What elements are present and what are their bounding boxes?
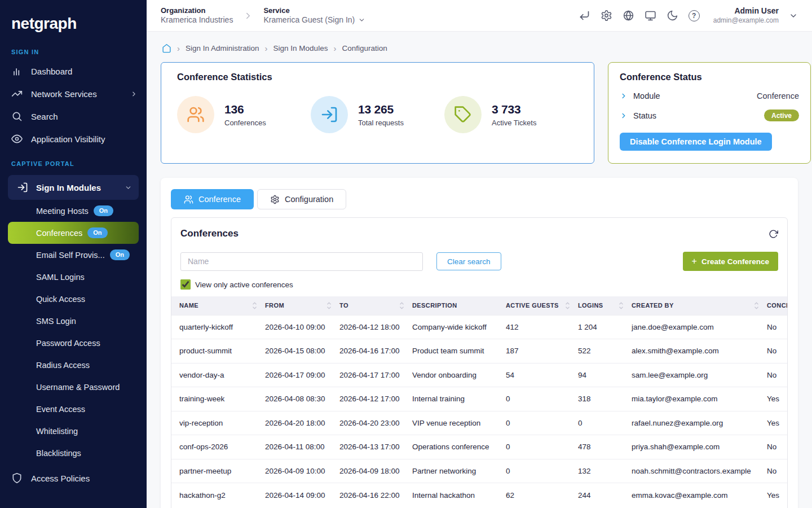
service-selector[interactable]: Service Kramerica Guest (Sign In)	[263, 6, 365, 25]
users-icon	[177, 96, 214, 133]
active-conferences-checkbox[interactable]	[180, 279, 191, 290]
sidebar-item-meeting-hosts[interactable]: Meeting Hosts On	[0, 200, 147, 222]
sidebar-item-password-access[interactable]: Password Access	[0, 332, 147, 354]
sidebar-item-whitelisting[interactable]: Whitelisting	[0, 420, 147, 442]
sidebar-item-radius-access[interactable]: Radius Access	[0, 354, 147, 376]
cell-name: product-summit	[171, 339, 265, 364]
sidebar-item-application-visibility[interactable]: Application Visibility	[0, 128, 147, 150]
tab-conference[interactable]: Conference	[171, 189, 254, 209]
sidebar-item-quick-access[interactable]: Quick Access	[0, 288, 147, 310]
table-row[interactable]: product-summit2026-04-15 08:002026-04-16…	[171, 339, 787, 364]
user-menu[interactable]: Admin User admin@example.com	[713, 6, 779, 25]
cell-guests: 0	[506, 435, 578, 459]
shield-icon	[11, 472, 23, 484]
table-row[interactable]: quarterly-kickoff2026-04-10 09:002026-04…	[171, 315, 787, 339]
sidebar-item-label: Dashboard	[31, 67, 72, 76]
clear-search-button[interactable]: Clear search	[436, 252, 501, 270]
sidebar-item-saml-logins[interactable]: SAML Logins	[0, 266, 147, 288]
cell-concluded: No	[767, 315, 787, 339]
breadcrumb-item[interactable]: Configuration	[342, 44, 387, 52]
return-icon[interactable]	[579, 10, 590, 21]
conferences-title: Conferences	[180, 228, 239, 239]
sort-icon[interactable]	[565, 302, 570, 309]
gear-icon[interactable]	[601, 10, 612, 21]
sidebar-item-sign-in-modules[interactable]: Sign In Modules	[8, 175, 139, 200]
sort-icon[interactable]	[326, 302, 332, 309]
cell-to: 2026-04-12 17:00	[339, 387, 412, 411]
column-header-created-by[interactable]: CREATED BY	[632, 296, 767, 315]
sidebar-item-label: Radius Access	[36, 361, 90, 370]
sidebar-item-network-services[interactable]: Network Services	[0, 82, 147, 105]
cell-concluded: No	[767, 339, 787, 364]
stat-value: 3 733	[492, 103, 536, 116]
column-header-name[interactable]: NAME	[171, 296, 265, 315]
sidebar-item-label: Whitelisting	[36, 427, 78, 436]
service-label: Service	[263, 6, 365, 15]
sort-icon[interactable]	[399, 302, 404, 309]
sidebar-item-dashboard[interactable]: Dashboard	[0, 60, 147, 82]
status-row-status: Status Active	[620, 110, 799, 121]
sidebar-item-search[interactable]: Search	[0, 105, 147, 128]
help-icon[interactable]: ?	[689, 10, 700, 21]
breadcrumb-item[interactable]: Sign In Administration	[186, 44, 259, 52]
cell-from: 2026-04-10 09:00	[265, 315, 339, 339]
search-input[interactable]	[180, 252, 423, 271]
home-icon[interactable]	[162, 43, 171, 53]
monitor-icon[interactable]	[645, 10, 656, 21]
chevron-right-icon	[130, 90, 138, 98]
breadcrumb: › Sign In Administration › Sign In Modul…	[161, 32, 798, 53]
sidebar-item-label: Access Policies	[31, 474, 90, 483]
eye-icon	[11, 133, 23, 144]
column-header-description[interactable]: DESCRIPTION	[412, 296, 506, 315]
table-row[interactable]: hackathon-g22026-04-14 09:002026-04-16 2…	[171, 483, 787, 507]
chevron-down-icon[interactable]	[789, 11, 798, 20]
sidebar-item-blacklistings[interactable]: Blacklistings	[0, 442, 147, 464]
sidebar-item-access-policies[interactable]: Access Policies	[0, 467, 147, 489]
sidebar-item-event-access[interactable]: Event Access	[0, 398, 147, 420]
sidebar-item-sms-login[interactable]: SMS Login	[0, 310, 147, 332]
sidebar-item-conferences[interactable]: Conferences On	[8, 222, 139, 244]
sort-icon[interactable]	[252, 302, 257, 309]
breadcrumb-item[interactable]: Sign In Modules	[273, 44, 328, 52]
tab-configuration[interactable]: Configuration	[257, 189, 346, 209]
status-label: Status	[633, 111, 656, 120]
table-row[interactable]: vendor-day-a2026-04-17 09:002026-04-17 1…	[171, 363, 787, 387]
sort-icon[interactable]	[619, 302, 624, 309]
cell-to: 2026-04-12 18:00	[339, 315, 412, 339]
sidebar-item-label: Network Services	[31, 89, 97, 99]
sidebar-item-label: SAML Logins	[36, 273, 85, 282]
column-header-concluded[interactable]: CONCLUDED	[767, 296, 787, 315]
table-row[interactable]: conf-ops-20262026-04-11 08:002026-04-13 …	[171, 435, 787, 459]
sidebar-item-email-self-provisioning[interactable]: Email Self Provis... On	[0, 244, 147, 266]
service-value: Kramerica Guest (Sign In)	[263, 15, 355, 25]
create-conference-button[interactable]: + Create Conference	[683, 252, 778, 271]
cell-to: 2026-04-09 18:00	[339, 459, 412, 483]
cell-guests: 187	[506, 339, 578, 364]
module-panel: Conference Configuration Conferences Cle…	[161, 178, 798, 508]
cell-to: 2026-04-13 17:00	[339, 435, 412, 459]
column-header-active-guests[interactable]: ACTIVE GUESTS	[506, 296, 578, 315]
stat-label: Total requests	[358, 119, 404, 127]
column-header-from[interactable]: FROM	[265, 296, 339, 315]
table-row[interactable]: training-week2026-04-08 08:302026-04-12 …	[171, 387, 787, 411]
cell-concluded: Yes	[767, 387, 787, 411]
conferences-table-wrapper: NAME FROM TO DESCRIPTION ACTIVE GUESTS L…	[171, 296, 787, 507]
stat-label: Conferences	[224, 119, 266, 127]
table-row[interactable]: vip-reception2026-04-20 18:002026-04-20 …	[171, 411, 787, 435]
globe-icon[interactable]	[623, 10, 634, 21]
create-conference-label: Create Conference	[701, 257, 769, 266]
conferences-table: NAME FROM TO DESCRIPTION ACTIVE GUESTS L…	[171, 296, 787, 507]
sidebar-item-username-password[interactable]: Username & Password	[0, 376, 147, 398]
refresh-icon[interactable]	[769, 229, 778, 239]
disable-module-button[interactable]: Disable Conference Login Module	[620, 133, 772, 151]
breadcrumb-separator-icon: ›	[177, 43, 180, 53]
gear-icon	[270, 195, 280, 204]
table-row[interactable]: partner-meetup2026-04-09 10:002026-04-09…	[171, 459, 787, 483]
column-header-logins[interactable]: LOGINS	[578, 296, 632, 315]
cell-description: VIP venue reception	[412, 411, 506, 435]
column-header-to[interactable]: TO	[339, 296, 412, 315]
sort-icon[interactable]	[754, 302, 759, 309]
sidebar-item-label: Password Access	[36, 339, 100, 348]
moon-icon[interactable]	[667, 10, 678, 21]
cell-guests: 412	[506, 315, 578, 339]
